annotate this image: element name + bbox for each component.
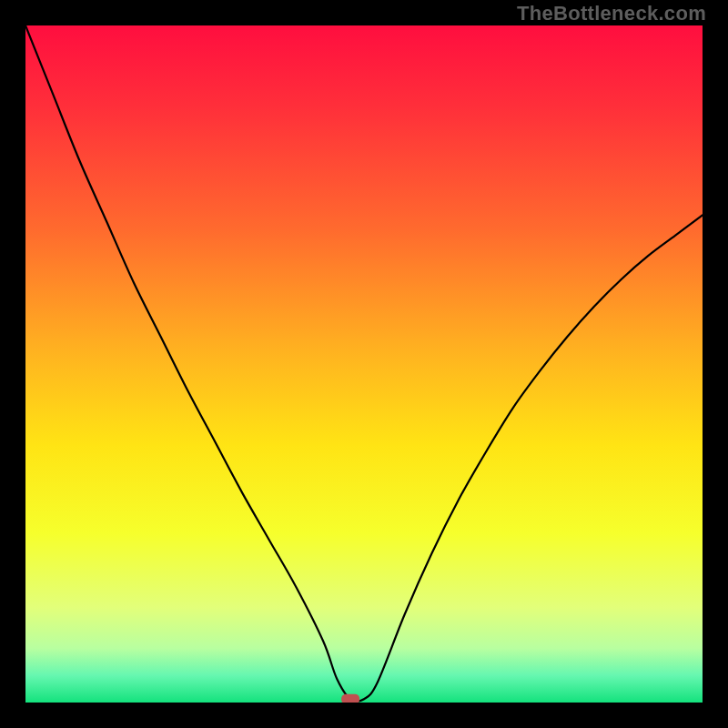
- marker-dot: [341, 694, 359, 703]
- watermark-text: TheBottleneck.com: [517, 2, 706, 25]
- plot-area: [25, 25, 703, 703]
- plot-svg: [25, 25, 703, 703]
- chart-frame: TheBottleneck.com: [0, 0, 728, 728]
- plot-background: [25, 25, 703, 703]
